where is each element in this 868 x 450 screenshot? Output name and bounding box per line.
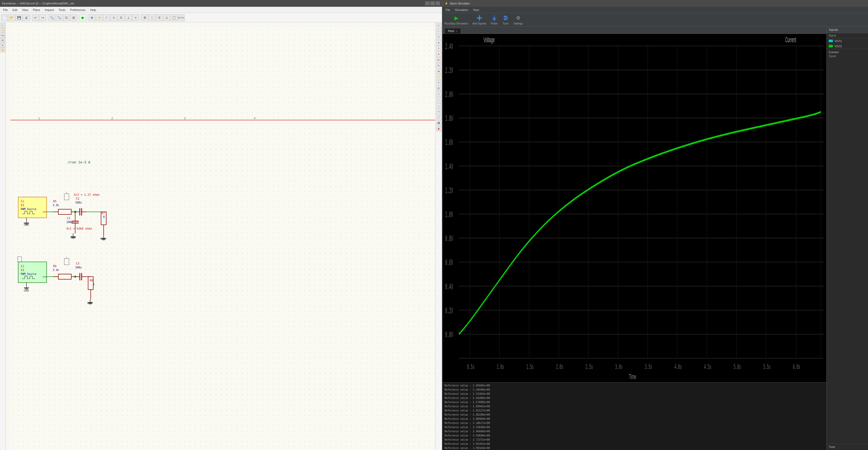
v2-ref: V2 (21, 269, 24, 272)
save-button[interactable]: 💾 (16, 14, 22, 21)
log-line: Reference value : 2.69942e+00 (444, 404, 824, 409)
open-button[interactable]: 📂 (8, 14, 15, 21)
print-button[interactable]: 🖨 (23, 14, 30, 21)
maximize-button[interactable]: □ (431, 2, 435, 5)
rt-delete[interactable]: 🗑 (436, 126, 441, 131)
tune-section: Tune (827, 444, 868, 450)
spice-menu-file[interactable]: File (443, 8, 452, 12)
annotate-button[interactable]: ① (156, 14, 163, 21)
rt-image[interactable]: 🖼 (436, 120, 441, 125)
rt-textbox[interactable]: 🗒 (436, 86, 441, 91)
spice-menu-view[interactable]: View (471, 8, 481, 12)
redo-button[interactable]: ↪ (39, 14, 46, 21)
zoom-select-button[interactable]: ⊞ (70, 14, 77, 21)
back-annotation-button[interactable]: BACK (178, 14, 185, 21)
add-signals-button[interactable]: Add Signals (472, 14, 486, 25)
spice-menu-simulation[interactable]: Simulation (453, 8, 470, 12)
plot1-tab[interactable]: Plot1 × (444, 28, 461, 34)
tune-button[interactable]: Tune (502, 14, 509, 25)
rt-power[interactable]: ⚡ (436, 75, 441, 80)
menu-tools[interactable]: Tools (57, 8, 67, 12)
add-net-button[interactable]: ⊥ (125, 14, 132, 21)
menu-view[interactable]: View (20, 8, 30, 12)
rt-rect[interactable]: □ (436, 92, 441, 97)
schematic-setup-button[interactable]: ⚙ (141, 14, 148, 21)
rt-label[interactable]: A (436, 52, 441, 57)
rt-line[interactable]: ╱ (436, 115, 441, 120)
x-label-1v5: 1.5s (526, 363, 533, 371)
spice-panel: ⚡ Spice Simulator File Simulation View ▶… (442, 0, 868, 450)
rt-noconn[interactable]: × (436, 46, 441, 51)
log-line: Reference value : 2.18440e+00 (444, 388, 824, 392)
zoom-in-button[interactable]: 🔍 (49, 14, 55, 21)
close-button[interactable]: × (436, 2, 440, 5)
signal-color-v2 (829, 45, 833, 48)
settings-icon: ⚙ (515, 14, 522, 22)
menu-bar: File Edit View Place Inspect Tools Prefe… (0, 7, 442, 13)
run-simulation-button[interactable]: ▶ (80, 14, 86, 21)
x-label-4v0: 4.0s (674, 363, 682, 371)
grid-tool[interactable]: ⊞ (1, 38, 5, 43)
rt-text[interactable]: T (436, 80, 441, 85)
rt-circle[interactable]: ○ (436, 97, 441, 103)
rt-arc[interactable]: ◡ (436, 103, 441, 108)
rt-junction[interactable]: ● (436, 40, 441, 45)
rt-wire[interactable]: ∕ (436, 29, 441, 34)
menu-place[interactable]: Place (31, 8, 42, 12)
rt-bus[interactable]: ≡ (436, 34, 441, 39)
mm-tool[interactable]: mm (1, 33, 5, 37)
x-label-1v0: 1.0s (497, 363, 504, 371)
plot-area[interactable]: 2.4V 2.2V 2.0V 1.8V 1.6V 1.4V 1.2V 1.0V … (442, 34, 826, 382)
r6-value: 3.3k (53, 269, 59, 272)
settings-button[interactable]: ⚙ Settings (514, 14, 523, 25)
main-layout: Eeschema — DACckt.sch [/] — D:/gitroot/k… (0, 0, 868, 450)
signal-item-v2[interactable]: V(V2) (827, 44, 868, 49)
add-symbol-button[interactable]: ⊕ (89, 14, 95, 21)
minimize-button[interactable]: ─ (425, 2, 429, 5)
schematic-canvas[interactable]: 1 2 3 4 .tran 1e-5 6 Ci V1 (6, 22, 435, 450)
zoom-fit-button[interactable]: ⊡ (63, 14, 70, 21)
plot1-tab-close[interactable]: × (456, 30, 458, 33)
c2-value: 500u (75, 201, 82, 204)
add-bus-button[interactable]: ≡ (111, 14, 117, 21)
x-label-3v5: 3.5s (645, 363, 652, 371)
v2-out-label: out (43, 275, 46, 278)
c2-xc: Xc2 = 1.27 ohms (74, 193, 100, 196)
svg-rect-44 (479, 16, 480, 21)
menu-edit[interactable]: Edit (10, 8, 20, 12)
rt-symbol[interactable]: ⊕ (436, 69, 441, 74)
menu-file[interactable]: File (1, 8, 10, 12)
add-label-button[interactable]: A (118, 14, 124, 21)
probe-button[interactable]: Probe (491, 14, 498, 25)
fuse-upper (64, 194, 69, 200)
select-all-tool[interactable]: ⊡ (1, 43, 5, 48)
eeschema-title-bar: Eeschema — DACckt.sch [/] — D:/gitroot/k… (0, 0, 442, 7)
undo-button[interactable]: ↩ (32, 14, 39, 21)
zoom-out-button[interactable]: 🔍 (56, 14, 62, 21)
settings-label: Settings (514, 22, 523, 25)
rt-hier-label[interactable]: A◁ (436, 63, 441, 68)
menu-help[interactable]: Help (88, 8, 98, 12)
menu-preferences[interactable]: Preferences (68, 8, 88, 12)
add-no-connect-button[interactable]: × (132, 14, 139, 21)
log-area[interactable]: Reference value : 2.05685e+00Reference v… (442, 382, 826, 450)
erc-button[interactable]: ⚠ (163, 14, 170, 21)
add-wire-button[interactable]: ∕ (103, 14, 110, 21)
add-power-button[interactable]: ⚡ (96, 14, 102, 21)
y-label-1v8: 1.8V (445, 114, 453, 123)
rt-bezier[interactable]: ∿ (436, 109, 441, 114)
netlist-button[interactable]: ⋮ (149, 14, 155, 21)
menu-inspect[interactable]: Inspect (43, 8, 56, 12)
new-schematic-button[interactable]: 📄 (1, 14, 8, 21)
rt-select[interactable]: ↖ (436, 23, 441, 28)
y-label-0v0: 0.0V (445, 330, 453, 339)
pan-tool[interactable]: ✋ (1, 48, 5, 52)
signal-item-v1[interactable]: V(V1) (827, 38, 868, 44)
v2-type: PWM_Source (21, 273, 36, 276)
bom-button[interactable]: 📋 (170, 14, 177, 21)
rt-global-label[interactable]: A▷ (436, 57, 441, 62)
measure-tool[interactable]: 📏 (1, 28, 5, 33)
y-label-2v0: 2.0V (445, 90, 453, 99)
run-stop-button[interactable]: ▶ Run/Stop Simulation (444, 14, 468, 25)
select-tool[interactable]: ↖ (1, 23, 5, 28)
